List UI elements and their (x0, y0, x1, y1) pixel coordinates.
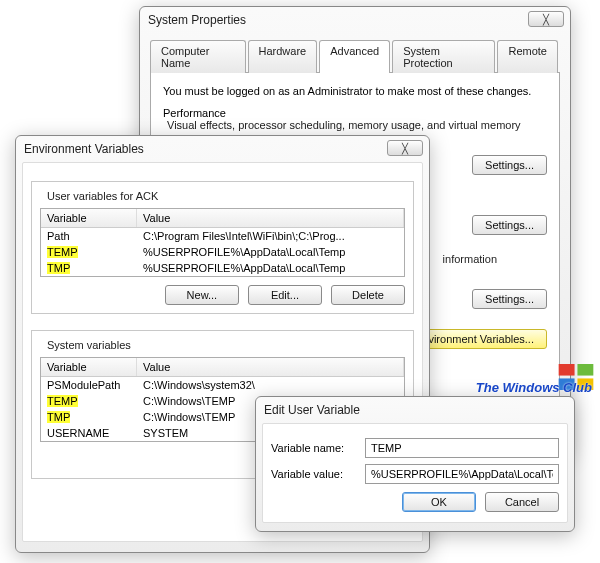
system-variables-title: System variables (44, 339, 134, 351)
variable-name-input[interactable] (365, 438, 559, 458)
list-header: Variable Value (41, 209, 404, 228)
svg-rect-1 (577, 364, 593, 376)
user-delete-button[interactable]: Delete (331, 285, 405, 305)
edit-user-variable-dialog: Edit User Variable Variable name: Variab… (255, 396, 575, 532)
cell-variable: TEMP (41, 393, 137, 409)
cell-value: C:\Windows\system32\ (137, 377, 404, 393)
cell-variable: TEMP (41, 244, 137, 260)
tab-hardware[interactable]: Hardware (248, 40, 318, 73)
cell-variable: TMP (41, 409, 137, 425)
performance-settings-button[interactable]: Settings... (472, 155, 547, 175)
editdlg-content: Variable name: Variable value: OK Cancel (262, 423, 568, 523)
env-title: Environment Variables (24, 142, 144, 156)
tab-remote[interactable]: Remote (497, 40, 558, 73)
user-variables-list[interactable]: Variable Value PathC:\Program Files\Inte… (40, 208, 405, 277)
system-properties-titlebar[interactable]: System Properties ╳ (140, 7, 570, 33)
user-edit-button[interactable]: Edit... (248, 285, 322, 305)
table-row[interactable]: TMP%USERPROFILE%\AppData\Local\Temp (41, 260, 404, 276)
table-row[interactable]: PSModulePathC:\Windows\system32\ (41, 377, 404, 393)
cell-variable: TMP (41, 260, 137, 276)
variable-value-label: Variable value: (271, 468, 365, 480)
close-icon[interactable]: ╳ (528, 11, 564, 27)
editdlg-title: Edit User Variable (264, 403, 360, 417)
user-variables-group: User variables for ACK Variable Value Pa… (31, 181, 414, 314)
table-row[interactable]: TEMP%USERPROFILE%\AppData\Local\Temp (41, 244, 404, 260)
admin-notice: You must be logged on as an Administrato… (163, 85, 547, 97)
system-properties-title: System Properties (148, 13, 246, 27)
cell-value: %USERPROFILE%\AppData\Local\Temp (137, 244, 404, 260)
list-header: Variable Value (41, 358, 404, 377)
cell-variable: Path (41, 228, 137, 244)
recovery-desc-tail: information (443, 253, 547, 265)
variable-value-input[interactable] (365, 464, 559, 484)
ok-button[interactable]: OK (402, 492, 476, 512)
variable-name-label: Variable name: (271, 442, 365, 454)
col-variable[interactable]: Variable (41, 358, 137, 376)
col-value[interactable]: Value (137, 209, 404, 227)
table-row[interactable]: PathC:\Program Files\Intel\WiFi\bin\;C:\… (41, 228, 404, 244)
tab-computer-name[interactable]: Computer Name (150, 40, 246, 73)
user-new-button[interactable]: New... (165, 285, 239, 305)
user-variables-title: User variables for ACK (44, 190, 161, 202)
user-profiles-settings-button[interactable]: Settings... (472, 215, 547, 235)
cancel-button[interactable]: Cancel (485, 492, 559, 512)
cell-variable: USERNAME (41, 425, 137, 441)
cell-value: %USERPROFILE%\AppData\Local\Temp (137, 260, 404, 276)
col-value[interactable]: Value (137, 358, 404, 376)
cell-variable: PSModulePath (41, 377, 137, 393)
close-icon[interactable]: ╳ (387, 140, 423, 156)
editdlg-titlebar[interactable]: Edit User Variable (256, 397, 574, 423)
svg-rect-3 (577, 378, 593, 390)
tab-advanced[interactable]: Advanced (319, 40, 390, 73)
performance-desc: Visual effects, processor scheduling, me… (163, 119, 547, 131)
tab-system-protection[interactable]: System Protection (392, 40, 495, 73)
col-variable[interactable]: Variable (41, 209, 137, 227)
env-titlebar[interactable]: Environment Variables ╳ (16, 136, 429, 162)
startup-recovery-settings-button[interactable]: Settings... (472, 289, 547, 309)
cell-value: C:\Program Files\Intel\WiFi\bin\;C:\Prog… (137, 228, 404, 244)
system-properties-tabs: Computer Name Hardware Advanced System P… (150, 40, 560, 73)
performance-title: Performance (163, 107, 547, 119)
